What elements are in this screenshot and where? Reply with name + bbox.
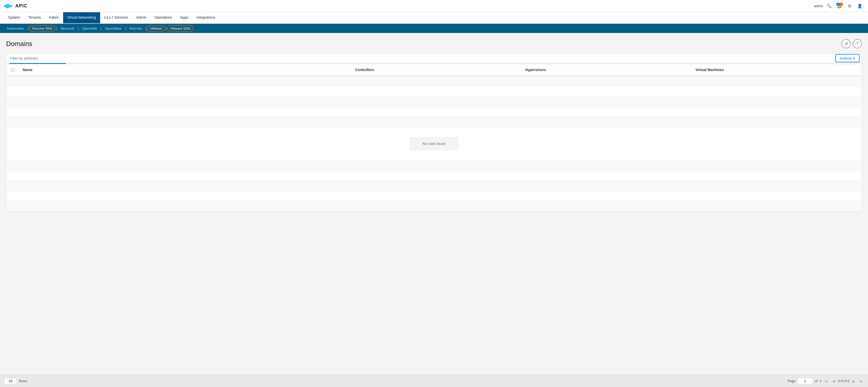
filter-input[interactable]	[6, 54, 835, 63]
user-button[interactable]: 👤	[856, 2, 864, 10]
nav-apps[interactable]: Apps	[176, 12, 193, 23]
svg-rect-2	[7, 4, 8, 8]
svg-rect-0	[4, 5, 5, 7]
top-bar: APIC admin 🔍 🔔 3 1 ⚙ 👤	[0, 0, 868, 12]
subnav-vmware[interactable]: VMware	[147, 25, 165, 32]
cisco-logo	[4, 4, 13, 8]
subnav-microsoft[interactable]: Microsoft	[58, 25, 77, 32]
page-header-icons: ↺ ?	[841, 39, 862, 48]
subnav-sep4: |	[100, 26, 101, 30]
help-button[interactable]: ?	[853, 39, 862, 48]
subnav-kubernetes[interactable]: Kubernetes	[4, 25, 27, 32]
subnav-openshift[interactable]: OpenShift	[79, 25, 100, 32]
col-header-controllers: Controllers	[351, 64, 521, 76]
empty-row-3	[6, 96, 862, 107]
subnav-redhat[interactable]: Red Hat	[126, 25, 145, 32]
subnav-sep7: |	[165, 26, 166, 30]
notifications-badge: 3	[839, 3, 843, 6]
subnav-sep6: |	[145, 26, 146, 30]
col-header-virtual-machines: Virtual Machines	[691, 64, 862, 76]
nav-virtual-networking[interactable]: Virtual Networking	[63, 12, 100, 23]
actions-label: Actions	[840, 56, 851, 60]
subnav-sep3: |	[78, 26, 79, 30]
empty-row-5	[6, 117, 862, 127]
subnav-vmware-sdn[interactable]: VMware SDN	[167, 25, 193, 32]
subnav-sep2: |	[56, 26, 57, 30]
top-bar-actions: admin 🔍 🔔 3 1 ⚙ 👤	[814, 2, 864, 10]
svg-rect-5	[12, 6, 13, 7]
select-all-checkbox[interactable]	[11, 68, 14, 71]
empty-row-6	[6, 160, 862, 171]
empty-row-9	[6, 191, 862, 201]
subnav-openstack[interactable]: OpenStack	[102, 25, 124, 32]
nav-admin[interactable]: Admin	[132, 12, 151, 23]
actions-chevron-icon: ▾	[853, 56, 855, 60]
settings-button[interactable]: ⚙	[845, 2, 854, 10]
page-header: Domains ↺ ?	[6, 39, 862, 48]
select-all-checkbox-container[interactable]	[6, 65, 19, 75]
empty-row-10	[6, 201, 862, 211]
no-rows-message: No rows found	[410, 137, 458, 150]
subnav-rancher-rke[interactable]: Rancher RKE	[29, 25, 56, 32]
app-title: APIC	[15, 3, 27, 9]
empty-row-8	[6, 181, 862, 191]
nav-l4l7[interactable]: L4-L7 Services	[100, 12, 132, 23]
sub-nav: Kubernetes | Rancher RKE | Microsoft | O…	[0, 24, 868, 33]
table-container: Name Controllers Hypervisors Virtual Mac…	[6, 64, 862, 212]
subnav-sep5: |	[125, 26, 126, 30]
no-rows-container: No rows found	[6, 127, 862, 160]
nav-tenants[interactable]: Tenants	[24, 12, 45, 23]
notifications-button[interactable]: 🔔 3 1	[835, 2, 843, 10]
actions-button[interactable]: Actions ▾	[835, 54, 860, 62]
svg-rect-3	[9, 4, 10, 8]
empty-row-7	[6, 171, 862, 181]
main-nav: System Tenants Fabric Virtual Networking…	[0, 12, 868, 24]
col-header-hypervisors: Hypervisors	[521, 64, 691, 76]
empty-row-1	[6, 76, 862, 86]
table-header: Name Controllers Hypervisors Virtual Mac…	[6, 64, 862, 76]
nav-fabric[interactable]: Fabric	[45, 12, 63, 23]
col-header-name: Name	[19, 64, 351, 76]
empty-row-2	[6, 86, 862, 96]
refresh-button[interactable]: ↺	[841, 39, 850, 48]
page-content: Domains ↺ ? Actions ▾ Name Controllers H…	[0, 33, 868, 376]
svg-rect-1	[6, 4, 7, 8]
empty-row-4	[6, 107, 862, 117]
user-label: admin	[814, 4, 823, 8]
svg-rect-4	[10, 5, 11, 7]
search-button[interactable]: 🔍	[825, 2, 833, 10]
subnav-sep1: |	[28, 26, 29, 30]
pagination-bar: Rows Page of 1 ⏮ ◀ 0-0 of 0 ▶ ⏭	[0, 375, 868, 376]
page-title: Domains	[6, 40, 32, 48]
nav-integrations[interactable]: Integrations	[192, 12, 219, 23]
filter-bar: Actions ▾	[6, 53, 862, 63]
nav-system[interactable]: System	[4, 12, 24, 23]
nav-operations[interactable]: Operations	[151, 12, 176, 23]
notifications-badge2: 1	[836, 3, 840, 6]
